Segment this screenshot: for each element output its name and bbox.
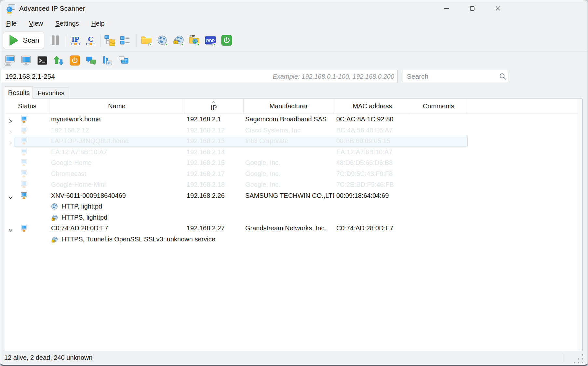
power-icon [221, 34, 233, 46]
file-transfer-button[interactable] [53, 55, 64, 66]
device-icon [20, 224, 28, 232]
expand-chevron-icon[interactable] [8, 138, 13, 144]
ftp-button[interactable]: FTP [188, 34, 200, 47]
telnet-terminal-icon [37, 55, 48, 66]
vertical-scrollbar[interactable] [578, 99, 582, 351]
column-header-ip[interactable]: IP [184, 99, 244, 113]
results-panel: Status Name IP Manufacturer MAC address … [5, 99, 582, 351]
tab-results[interactable]: Results [5, 86, 33, 99]
table-body: mynetwork.home 192.168.2.1 Sagemcom Broa… [5, 114, 578, 245]
search-input[interactable] [403, 73, 499, 80]
remote-tools-toolbar [0, 52, 588, 69]
device-icon [20, 127, 28, 134]
c-tool-label: C [88, 35, 93, 43]
scan-ip-button[interactable]: IP [69, 34, 82, 47]
rdp-button[interactable]: RDP [204, 34, 217, 47]
http-button[interactable] [156, 34, 168, 47]
send-message-button[interactable] [118, 55, 129, 66]
https-button[interactable] [172, 34, 184, 47]
power-button[interactable] [220, 34, 233, 46]
telnet-button[interactable] [37, 55, 48, 66]
view-only-button[interactable] [20, 55, 32, 66]
scan-class-c-button[interactable]: C [84, 34, 97, 47]
device-manufacturer [244, 147, 334, 158]
shutdown-icon [69, 55, 80, 66]
list-view-button[interactable] [119, 34, 131, 46]
expand-chevron-icon[interactable] [8, 116, 13, 122]
maximize-button[interactable] [459, 0, 485, 17]
table-row[interactable]: Chromecast 192.168.2.17 Google, Inc. 7C:… [5, 169, 578, 180]
rdp-label: RDP [206, 39, 215, 43]
service-row[interactable]: HTTP, lighttpd [5, 201, 578, 212]
ip-range-input[interactable] [1, 73, 273, 80]
tab-favorites-label: Favorites [38, 89, 64, 97]
device-ip: 192.168.2.17 [184, 169, 244, 180]
table-row[interactable]: XNV-6011-000918640469 192.168.2.26 SAMSU… [5, 190, 578, 201]
device-comments [411, 114, 466, 125]
menu-file[interactable]: File [2, 19, 20, 29]
menu-help[interactable]: Help [87, 19, 109, 29]
shutdown-button[interactable] [69, 55, 80, 66]
scan-button[interactable]: Scan [3, 32, 44, 49]
device-icon [20, 159, 28, 167]
explore-button[interactable] [140, 34, 153, 47]
table-row[interactable]: Google-Home-Mini 192.168.2.18 Google, In… [5, 179, 578, 190]
voice-chat-icon [102, 55, 113, 66]
close-button[interactable] [485, 0, 511, 17]
table-row[interactable]: C0:74:AD:28:0D:E7 192.168.2.27 Grandstre… [5, 223, 578, 234]
menu-bar: File View Settings Help [0, 17, 588, 30]
toolbar-separator [136, 34, 137, 47]
column-header-manufacturer[interactable]: Manufacturer [244, 99, 334, 113]
full-control-button[interactable] [4, 55, 15, 66]
column-header-status[interactable]: Status [5, 99, 49, 113]
column-header-spacer [466, 99, 578, 113]
tree-view-button[interactable] [104, 34, 116, 47]
table-row-selected[interactable]: LAPTOP-J4NQQ8UI.home 192.168.2.13 Intel … [5, 136, 578, 147]
device-mac: C0:74:AD:28:0D:E7 [334, 223, 411, 234]
chat-button[interactable] [86, 55, 97, 66]
ftp-label: FTP [190, 34, 195, 38]
table-row[interactable]: 192.168.2.12 192.168.2.12 Cisco Systems,… [5, 125, 578, 136]
status-divider [563, 353, 563, 363]
column-header-mac[interactable]: MAC address [334, 99, 411, 113]
voice-chat-button[interactable] [102, 55, 113, 66]
tree-view-icon [104, 34, 116, 47]
collapse-chevron-icon[interactable] [8, 193, 13, 198]
column-header-comments[interactable]: Comments [411, 99, 466, 113]
title-bar: Advanced IP Scanner [0, 0, 588, 17]
resize-grip[interactable] [574, 354, 584, 363]
device-comments [411, 157, 466, 169]
device-manufacturer: Google, Inc. [244, 179, 334, 190]
https-service-icon [51, 214, 58, 221]
device-ip: 192.168.2.1 [184, 114, 244, 125]
pause-icon [50, 35, 60, 46]
tab-favorites[interactable]: Favorites [33, 88, 69, 99]
file-transfer-arrows-icon [53, 55, 64, 66]
full-control-icon [4, 55, 15, 66]
menu-settings[interactable]: Settings [51, 19, 83, 29]
search-box[interactable] [403, 70, 508, 83]
service-row[interactable]: HTTPS, Tunnel is OpenSSL SSLv3: unknown … [5, 234, 578, 245]
expand-chevron-icon[interactable] [8, 128, 13, 133]
table-row[interactable]: Google-Home 192.168.2.15 Google, Inc. 48… [5, 157, 578, 169]
device-name: XNV-6011-000918640469 [49, 190, 184, 201]
table-row[interactable]: EA:12:A7:8B:10:A7 192.168.2.14 EA:12:A7:… [5, 147, 578, 158]
ip-range-field[interactable]: Example: 192.168.0.1-100, 192.168.0.200 [1, 70, 398, 83]
table-row[interactable]: mynetwork.home 192.168.2.1 Sagemcom Broa… [5, 114, 578, 125]
device-ip: 192.168.2.14 [184, 147, 244, 158]
service-row[interactable]: HTTPS, lighttpd [5, 212, 578, 223]
device-comments [411, 223, 466, 234]
window-controls [434, 0, 511, 17]
column-header-name[interactable]: Name [49, 99, 184, 113]
device-manufacturer: Google, Inc. [244, 169, 334, 180]
device-manufacturer: Grandstream Networks, Inc. [244, 223, 334, 234]
minimize-button[interactable] [434, 0, 459, 17]
device-comments [411, 125, 466, 136]
menu-view[interactable]: View [25, 19, 47, 29]
pause-button[interactable] [49, 35, 61, 46]
collapse-chevron-icon[interactable] [8, 225, 13, 231]
device-icon [20, 115, 28, 123]
http-globe-icon [156, 34, 168, 47]
device-ip: 192.168.2.15 [184, 157, 244, 169]
device-icon [20, 170, 28, 178]
